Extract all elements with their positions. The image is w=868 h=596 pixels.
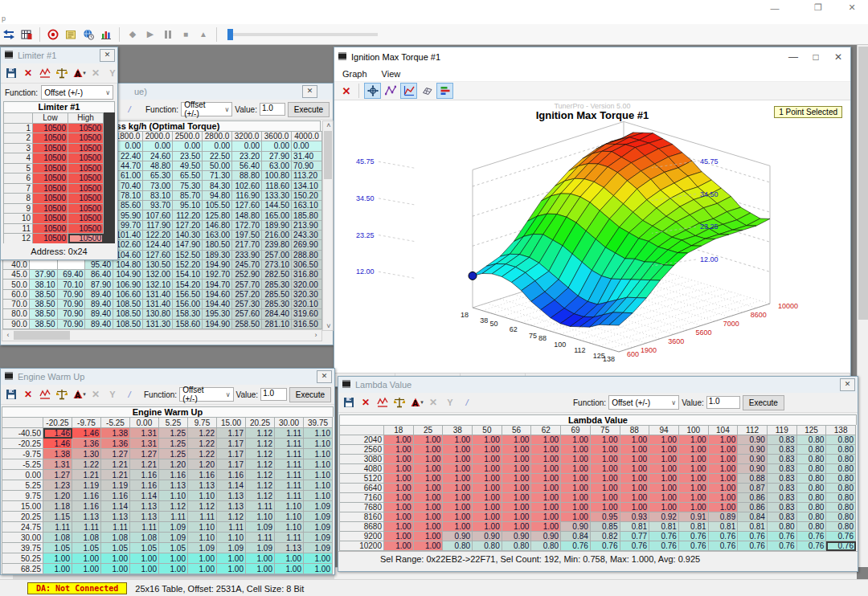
cell[interactable]: 22.50 [203, 151, 232, 161]
cell[interactable]: 107.60 [143, 210, 173, 220]
cell[interactable]: 0.80 [767, 522, 796, 532]
graph-maximize-button[interactable]: □ [806, 51, 825, 63]
cell[interactable]: 1.25 [159, 439, 188, 449]
cell[interactable]: 0.76 [738, 532, 768, 541]
cell[interactable]: 1.00 [649, 445, 679, 455]
cell[interactable]: 1.00 [275, 553, 304, 564]
cell[interactable]: 1.00 [384, 503, 414, 512]
cell[interactable]: 1.00 [443, 435, 473, 445]
app-restore-button[interactable]: ❐ [813, 2, 823, 12]
cell[interactable]: 1.00 [649, 435, 679, 445]
cell[interactable]: 1.00 [473, 522, 502, 532]
col-header[interactable]: 119 [767, 426, 796, 435]
cell[interactable]: 1.00 [531, 464, 561, 474]
cell[interactable]: 0.80 [531, 541, 561, 551]
cell[interactable]: 1.00 [678, 474, 708, 484]
cell[interactable]: 1.00 [620, 484, 649, 493]
mass-close-button[interactable]: ✕ [302, 85, 317, 98]
cell[interactable]: 1.11 [159, 512, 188, 522]
playback-slider[interactable] [227, 29, 378, 40]
cell[interactable]: 1.12 [246, 480, 275, 491]
time-globe-icon[interactable] [81, 27, 96, 42]
cell[interactable]: 1.12 [159, 501, 188, 512]
cell[interactable]: 1.00 [188, 553, 217, 564]
cell[interactable]: 0.91 [678, 512, 708, 522]
col-header[interactable]: Low [33, 113, 68, 124]
engine-function-combo[interactable]: Offset (+/-)∨ [179, 387, 233, 402]
cell[interactable]: 216.00 [262, 230, 292, 239]
cell[interactable]: 10500 [33, 153, 68, 164]
cell[interactable]: 1.11 [275, 449, 304, 459]
cell[interactable]: 1.14 [130, 491, 159, 501]
cell[interactable]: 23.20 [232, 151, 262, 161]
scroll-up-icon[interactable]: ˄ [323, 121, 334, 129]
cell[interactable]: 1.08 [43, 533, 72, 543]
cell[interactable]: 1.00 [130, 564, 159, 574]
cell[interactable]: 89.40 [85, 289, 113, 299]
cell[interactable]: 0.80 [502, 541, 531, 551]
cell[interactable]: 0.80 [796, 474, 826, 484]
cell[interactable]: 10500 [68, 183, 104, 194]
cell[interactable]: 1.16 [72, 491, 101, 501]
col-header[interactable]: 69 [561, 426, 591, 435]
engine-close-button[interactable]: ✕ [317, 370, 332, 383]
cell[interactable]: 1.00 [620, 445, 649, 455]
cell[interactable]: 10500 [68, 214, 104, 224]
cell[interactable]: 1.00 [708, 455, 738, 464]
cell[interactable]: 1.00 [502, 493, 531, 503]
cell[interactable]: 1.00 [649, 455, 679, 464]
surface-plane-icon[interactable] [420, 84, 434, 98]
cell[interactable]: 108.50 [113, 300, 143, 309]
cell[interactable]: 1.00 [413, 474, 443, 484]
cell[interactable]: 1.00 [708, 493, 738, 503]
cell[interactable]: 0.88 [738, 474, 768, 484]
cell[interactable]: 1.00 [473, 464, 502, 474]
cell[interactable]: 102.60 [232, 181, 262, 190]
cell[interactable]: 1.00 [590, 474, 620, 484]
cell[interactable]: 0.80 [826, 455, 856, 464]
cell[interactable]: 217.70 [232, 240, 262, 250]
cell[interactable]: 1.31 [130, 439, 159, 449]
cell[interactable]: 10500 [33, 223, 68, 234]
cell[interactable]: 1.00 [708, 484, 738, 493]
row-label[interactable]: 10200 [340, 541, 384, 551]
cell[interactable]: 1.00 [217, 553, 246, 564]
cell[interactable]: 1.00 [443, 503, 473, 512]
cell[interactable]: 306.50 [292, 259, 322, 269]
cell[interactable]: 1.25 [159, 449, 188, 459]
cell[interactable]: 38.50 [29, 300, 57, 309]
cell[interactable]: 1.09 [159, 522, 188, 533]
cell[interactable]: 1.00 [590, 484, 620, 493]
cell[interactable]: 0.76 [767, 532, 796, 541]
cell[interactable]: 1.00 [413, 541, 443, 551]
cell[interactable]: 1.27 [43, 470, 72, 480]
cell[interactable]: 0.80 [443, 541, 473, 551]
row-label[interactable]: 4080 [340, 464, 384, 474]
cell[interactable]: 95.10 [173, 201, 203, 210]
col-header[interactable]: 2000.0 [143, 132, 173, 141]
cell[interactable]: 106.60 [113, 289, 143, 299]
cell[interactable]: 0.92 [649, 512, 679, 522]
cell[interactable]: 1.13 [101, 512, 130, 522]
cell[interactable]: 1.27 [101, 449, 130, 459]
cell[interactable]: 10500 [68, 143, 104, 153]
cell[interactable]: 0.80 [826, 503, 856, 512]
slash-icon[interactable]: / [122, 102, 137, 116]
cell[interactable]: 1.00 [649, 503, 679, 512]
cell[interactable]: 0.80 [826, 484, 856, 493]
cell[interactable]: 1.00 [561, 464, 591, 474]
row-label[interactable]: 8680 [340, 522, 384, 532]
cell[interactable]: 130.50 [143, 259, 173, 269]
chart-icon[interactable] [400, 83, 417, 99]
cell[interactable]: 1.09 [304, 512, 333, 522]
cell[interactable]: 1.31 [130, 428, 159, 439]
col-header[interactable]: 62 [531, 426, 561, 435]
cell[interactable]: 89.40 [85, 300, 113, 309]
close-x-icon[interactable]: ✕ [339, 84, 354, 98]
cell[interactable]: 1.00 [502, 455, 531, 464]
cell[interactable]: 1.00 [413, 464, 443, 474]
cell[interactable]: 0.86 [738, 493, 768, 503]
cell[interactable]: 1.00 [649, 493, 679, 503]
cell[interactable]: 1.00 [72, 564, 101, 574]
row-label[interactable]: 5.25 [2, 480, 43, 491]
